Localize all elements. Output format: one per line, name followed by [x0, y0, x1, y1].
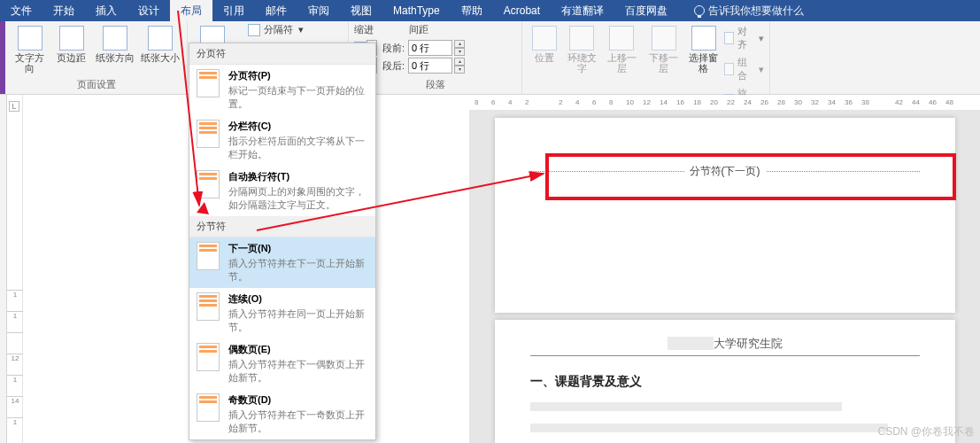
tab-selector-icon[interactable]: L	[9, 101, 19, 112]
send-backward-button: 下移一层	[644, 23, 683, 74]
align-button: 对齐▾	[724, 25, 764, 51]
bring-forward-button: 上移一层	[603, 23, 641, 74]
margins-icon	[59, 26, 84, 51]
lightbulb-icon	[694, 5, 705, 16]
document-page-1[interactable]: 分节符(下一页)	[495, 118, 955, 313]
watermark-text: CSDN @你卷我不卷	[877, 424, 975, 439]
menu-tabs: 文件 开始 插入 设计 布局 引用 邮件 审阅 视图 MathType 帮助 A…	[0, 0, 980, 21]
tab-home[interactable]: 开始	[42, 0, 85, 21]
group-label-page-setup: 页面设置	[11, 76, 181, 94]
group-button: 组合▾	[724, 56, 764, 82]
tab-help[interactable]: 帮助	[451, 0, 493, 21]
tab-baiduwp[interactable]: 百度网盘	[614, 0, 678, 21]
chevron-down-icon: ▾	[298, 24, 304, 35]
group-label-paragraph: 段落	[354, 76, 516, 94]
margins-button[interactable]: 页边距	[52, 23, 90, 63]
tell-me-search[interactable]: 告诉我你想要做什么	[683, 0, 814, 21]
next-page-icon	[197, 242, 220, 270]
menu-item-column-break[interactable]: 分栏符(C)指示分栏符后面的文字将从下一栏开始。	[189, 115, 375, 166]
annotation-callout-box	[545, 153, 956, 200]
tab-mathtype[interactable]: MathType	[382, 0, 451, 21]
orientation-button[interactable]: 纸张方向	[95, 23, 136, 63]
paper-size-icon	[148, 26, 173, 51]
menu-item-odd-page[interactable]: 奇数页(D)插入分节符并在下一奇数页上开始新节。	[189, 389, 375, 439]
selection-pane-button[interactable]: 选择窗格	[687, 23, 721, 74]
menu-item-page-break[interactable]: 分页符(P)标记一页结束与下一页开始的位置。	[189, 65, 375, 115]
group-icon	[724, 63, 735, 75]
tell-me-label: 告诉我你想要做什么	[708, 4, 804, 19]
selection-pane-icon	[691, 26, 716, 51]
bring-forward-icon	[609, 26, 634, 51]
position-button: 位置	[528, 23, 561, 63]
send-backward-icon	[652, 26, 676, 51]
tab-file[interactable]: 文件	[0, 0, 42, 21]
tab-insert[interactable]: 插入	[85, 0, 127, 21]
text-wrapping-icon	[197, 170, 220, 198]
menu-header-page-breaks: 分页符	[189, 43, 375, 65]
tab-review[interactable]: 审阅	[297, 0, 340, 21]
size-button[interactable]: 纸张大小	[140, 23, 181, 63]
position-icon	[532, 26, 557, 51]
menu-header-section-breaks: 分节符	[189, 216, 375, 237]
align-icon	[724, 32, 735, 44]
tab-layout[interactable]: 布局	[170, 0, 212, 21]
document-area: 8642246810121416182022242628303234363842…	[469, 95, 980, 443]
horizontal-ruler[interactable]: 8642246810121416182022242628303234363842…	[469, 95, 980, 111]
blurred-text-line	[530, 424, 889, 432]
menu-item-continuous[interactable]: 连续(O)插入分节符并在同一页上开始新节。	[189, 288, 375, 338]
spacing-label: 间距	[409, 23, 428, 36]
breaks-dropdown[interactable]: 分隔符▾	[248, 23, 343, 36]
wrap-text-icon	[569, 26, 594, 51]
menu-item-even-page[interactable]: 偶数页(E)插入分节符并在下一偶数页上开始新节。	[189, 338, 375, 389]
continuous-icon	[197, 292, 220, 321]
indent-label: 缩进	[354, 23, 374, 36]
odd-page-icon	[197, 393, 220, 422]
breaks-menu: 分页符 分页符(P)标记一页结束与下一页开始的位置。 分栏符(C)指示分栏符后面…	[189, 43, 376, 440]
even-page-icon	[197, 343, 220, 371]
left-gutter	[0, 95, 7, 443]
tab-design[interactable]: 设计	[127, 0, 170, 21]
text-direction-button[interactable]: 文字方向	[11, 23, 49, 74]
tab-references[interactable]: 引用	[212, 0, 255, 21]
vertical-ruler[interactable]: 11121141	[7, 95, 23, 443]
wrap-text-button: 环绕文字	[565, 23, 598, 74]
blurred-text-line	[530, 402, 842, 411]
tab-youdao[interactable]: 有道翻译	[551, 0, 614, 21]
page-break-icon	[197, 69, 220, 97]
page-header-text: xxxxxxxx大学研究生院	[530, 336, 920, 356]
menu-item-text-wrapping-break[interactable]: 自动换行符(T)分隔网页上的对象周围的文字，如分隔题注文字与正文。	[189, 166, 375, 216]
tab-view[interactable]: 视图	[340, 0, 382, 21]
orientation-icon	[103, 26, 127, 51]
column-break-icon	[197, 120, 220, 148]
menu-item-next-page[interactable]: 下一页(N)插入分节符并在下一页上开始新节。	[189, 237, 375, 288]
tab-mailings[interactable]: 邮件	[255, 0, 297, 21]
tab-acrobat[interactable]: Acrobat	[493, 0, 551, 21]
ribbon: 文字方向 页边距 纸张方向 纸张大小 页面设置 栏 分隔符▾ 缩进 间距 ▴▾ …	[0, 21, 980, 95]
breaks-icon	[248, 24, 260, 36]
text-direction-icon	[18, 26, 42, 51]
document-heading: 一、课题背景及意义	[530, 374, 920, 390]
